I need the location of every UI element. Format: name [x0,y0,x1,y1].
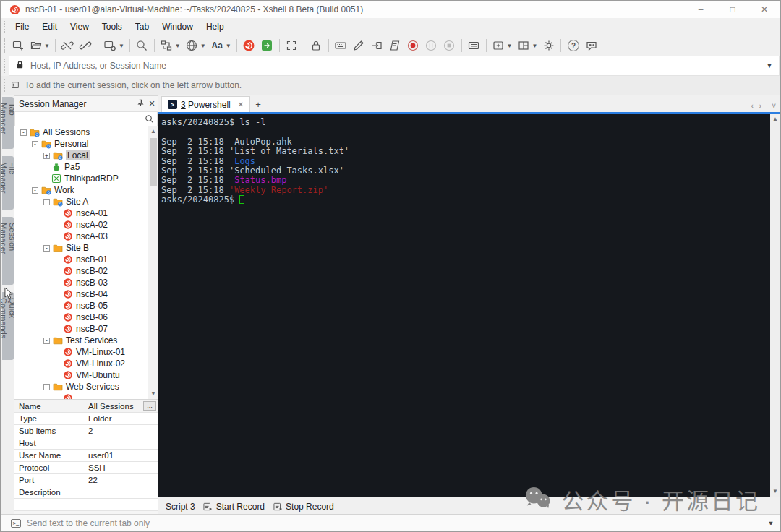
find-button[interactable] [133,37,151,54]
collapse-icon[interactable]: - [43,384,50,390]
dropdown-caret-icon[interactable]: ▼ [44,43,50,49]
menu-edit[interactable]: Edit [35,18,64,35]
tab-close-icon[interactable]: ✕ [238,100,244,108]
tab-next-icon[interactable]: › [759,102,761,110]
dropdown-caret-icon[interactable]: ▼ [507,43,513,49]
transfer-button[interactable]: ▼ [158,37,183,54]
collapse-icon[interactable]: - [43,338,50,344]
tree-item-web-services[interactable]: -Web Services [14,381,158,392]
tree-item-local[interactable]: +Local [14,150,158,161]
close-panel-icon[interactable]: ✕ [146,99,158,108]
drag-grip[interactable] [4,79,6,92]
dropdown-caret-icon[interactable]: ▼ [532,43,538,49]
property-value[interactable] [85,499,158,510]
feedback-button[interactable] [582,37,600,54]
menu-tab[interactable]: Tab [129,18,155,35]
property-value[interactable]: 2 [85,425,158,437]
xftp-logo-button[interactable] [258,37,276,54]
send-text-input[interactable] [27,518,761,528]
menu-window[interactable]: Window [155,18,200,35]
quick-commands-button[interactable] [465,37,483,54]
property-value[interactable] [85,437,158,449]
pause-button[interactable] [422,37,440,54]
tree-item-nsca-03[interactable]: nscA-03 [14,231,158,242]
tree-item-vm-linux-01[interactable]: VM-Linux-01 [14,346,158,358]
menu-tools[interactable]: Tools [95,18,129,35]
drag-grip[interactable] [4,59,6,73]
open-folder-button[interactable]: ▼ [27,37,52,54]
dropdown-caret-icon[interactable]: ▼ [175,43,181,49]
property-value[interactable]: 22 [85,474,158,486]
dropdown-caret-icon[interactable]: ▼ [119,43,124,49]
tree-item-vm-ubuntu[interactable]: VM-Ubuntu [14,369,158,381]
tile-layout-button[interactable]: ▼ [515,37,540,54]
menu-view[interactable]: View [64,18,95,35]
fullscreen-button[interactable] [283,37,301,54]
send-to-button[interactable] [368,37,386,54]
collapse-icon[interactable]: - [43,199,50,205]
encoding-globe-button[interactable]: ▼ [183,37,208,54]
close-button[interactable]: ✕ [748,1,780,18]
tree-item-thinkpadrdp[interactable]: ThinkpadRDP [14,173,158,184]
tree-item-nsca-01[interactable]: nscA-01 [14,207,158,219]
scroll-down-icon[interactable]: ▼ [770,486,780,497]
keyboard-button[interactable] [332,37,350,54]
side-tab-session-manager[interactable]: Session Manager [2,217,14,285]
terminal-scrollbar[interactable]: ▲ ▼ [770,114,780,497]
tree-item-nscb-07[interactable]: nscB-07 [14,323,158,335]
tree-item-nscb-05[interactable]: nscB-05 [14,300,158,312]
new-tab-button[interactable]: ▼ [490,37,515,54]
ellipsis-button[interactable]: ... [143,401,156,411]
tree-scrollbar[interactable]: ▲ ▼ [148,126,158,399]
dropdown-caret-icon[interactable]: ▼ [200,43,206,49]
tree-item-pa5[interactable]: Pa5 [14,161,158,173]
address-dropdown-caret[interactable]: ▼ [760,62,779,69]
stop-record-button[interactable]: Stop Record [272,501,334,512]
scroll-up-icon[interactable]: ▲ [148,126,158,137]
stop-button[interactable] [440,37,458,54]
collapse-icon[interactable]: - [32,141,38,147]
scroll-down-icon[interactable]: ▼ [148,389,158,399]
tree-item-site-a[interactable]: -Site A [14,196,158,207]
new-session-button[interactable] [9,37,27,54]
tree-item-nscb-06[interactable]: nscB-06 [14,312,158,323]
collapse-icon[interactable]: - [43,245,50,252]
terminal-tab-powershell[interactable]: > 3 Powershell ✕ [161,96,250,112]
tab-prev-icon[interactable]: ‹ [751,102,753,110]
reconnect-button[interactable] [77,37,95,54]
address-input[interactable] [30,61,760,71]
menu-file[interactable]: File [9,18,35,35]
dropdown-caret-icon[interactable]: ▼ [226,43,231,49]
tab-list-icon[interactable]: ˅ [772,102,776,110]
scrollbar-thumb[interactable] [150,138,157,186]
address-field[interactable]: ▼ [9,56,780,76]
session-properties-button[interactable]: ▼ [101,37,127,54]
collapse-icon[interactable]: - [20,129,27,136]
tree-item-work[interactable]: -Work [14,184,158,196]
drag-grip[interactable] [4,38,6,53]
drag-grip[interactable] [4,21,6,33]
collapse-icon[interactable]: - [32,187,38,194]
start-record-button[interactable]: Start Record [202,501,265,512]
font-aa-button[interactable]: Aa▼ [208,37,234,54]
property-value[interactable]: user01 [85,450,158,461]
help-button[interactable]: ? [564,37,582,54]
side-tab-file-manager[interactable]: File Manager [2,156,14,210]
side-tab-tab-manager[interactable]: Tab Manager [2,97,14,149]
pin-icon[interactable] [135,99,146,108]
tree-item-all-sessions[interactable]: -All Sessions [14,126,158,138]
property-value[interactable]: Folder [85,413,158,424]
record-button[interactable] [404,37,422,54]
tree-item-nscb-01[interactable]: nscB-01 [14,254,158,265]
xshell-logo-button[interactable] [240,37,258,54]
tree-item-nscb-04[interactable]: nscB-04 [14,288,158,300]
session-search-box[interactable] [14,111,158,126]
new-tab-button[interactable]: + [250,96,266,112]
maximize-button[interactable]: □ [717,1,748,18]
script-3-button[interactable]: Script 3 [166,502,195,512]
tree-item-personal[interactable]: -Personal [14,138,158,150]
property-value[interactable]: All Sessions... [85,400,158,412]
scroll-up-icon[interactable]: ▲ [770,114,780,124]
script-button[interactable] [386,37,404,54]
tree-item-site-b[interactable]: -Site B [14,242,158,254]
